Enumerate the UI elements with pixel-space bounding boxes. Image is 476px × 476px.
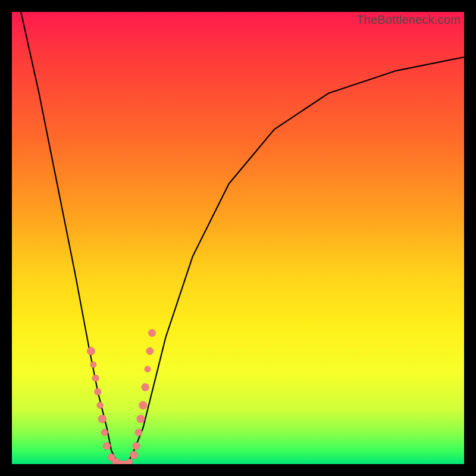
sample-dot bbox=[135, 429, 142, 436]
sample-dots-group bbox=[87, 330, 155, 465]
sample-dot bbox=[139, 402, 147, 409]
sample-dot bbox=[146, 347, 154, 355]
sample-dot bbox=[95, 389, 101, 395]
sample-dot bbox=[137, 415, 145, 422]
sample-dot bbox=[130, 451, 138, 459]
sample-dot bbox=[103, 442, 110, 449]
chart-frame: TheBottleneck.com bbox=[12, 12, 464, 464]
sample-dot bbox=[142, 384, 149, 392]
watermark-text: TheBottleneck.com bbox=[356, 13, 461, 27]
sample-dot bbox=[90, 362, 96, 368]
sample-dot bbox=[133, 442, 140, 449]
sample-dot bbox=[97, 402, 104, 409]
bottleneck-curve bbox=[21, 12, 464, 464]
sample-dot bbox=[87, 347, 95, 355]
sample-dot bbox=[149, 330, 156, 337]
sample-dot bbox=[98, 415, 107, 423]
curve-layer bbox=[12, 12, 464, 464]
sample-dot bbox=[101, 429, 108, 436]
sample-dot bbox=[145, 366, 151, 372]
sample-dot bbox=[92, 375, 99, 381]
sample-dot bbox=[127, 459, 133, 464]
